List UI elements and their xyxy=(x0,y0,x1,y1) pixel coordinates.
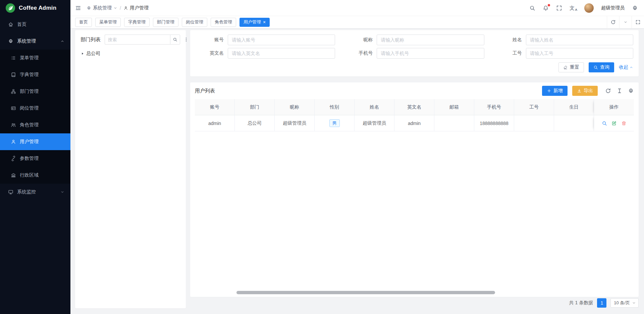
name-input[interactable] xyxy=(526,35,633,45)
sidebar-group-monitor[interactable]: 系统监控 xyxy=(0,184,70,200)
sidebar-menu: 首页 系统管理 菜单管理 字典管理 部门管理 岗位管理 xyxy=(0,16,70,200)
nickname-input[interactable] xyxy=(377,35,484,45)
eraser-icon xyxy=(563,65,568,70)
expand-icon[interactable] xyxy=(632,16,644,28)
notification-bell-icon[interactable] xyxy=(543,5,549,11)
gear-icon xyxy=(8,39,13,44)
add-user-button[interactable]: 新增 xyxy=(542,86,568,96)
settings-gear-icon[interactable] xyxy=(632,5,638,11)
table-row: admin 总公司 超级管理员 男 超级管理员 admin 1888888888… xyxy=(195,115,634,131)
content-area: 部门列表 总公司 账号 昵称 姓名 xyxy=(70,28,644,314)
account-input[interactable] xyxy=(228,35,335,45)
pagination-page-1[interactable]: 1 xyxy=(597,298,606,308)
department-search xyxy=(105,35,180,45)
field-label: 英文名 xyxy=(196,50,228,56)
english-name-input[interactable] xyxy=(228,48,335,59)
pagination-total: 共 1 条数据 xyxy=(569,300,593,306)
caret-right-icon[interactable] xyxy=(80,52,85,56)
sidebar-item-post-mgmt[interactable]: 岗位管理 xyxy=(0,100,70,117)
user-list-header: 用户列表 新增 导出 xyxy=(195,82,634,99)
tree-node-root[interactable]: 总公司 xyxy=(80,51,180,57)
menu-fold-icon[interactable] xyxy=(75,5,81,11)
field-label: 工号 xyxy=(494,50,526,56)
reset-button[interactable]: 重置 xyxy=(558,62,584,72)
sidebar-item-label: 用户管理 xyxy=(20,139,39,145)
tab-post-mgmt[interactable]: 岗位管理 xyxy=(182,18,207,27)
form-row: 英文名 手机号 工号 xyxy=(196,48,633,59)
department-panel-title: 部门列表 xyxy=(80,37,101,43)
density-icon[interactable] xyxy=(616,88,623,94)
field-nickname: 昵称 xyxy=(344,35,484,45)
view-icon[interactable] xyxy=(602,121,607,126)
sidebar-group-system[interactable]: 系统管理 xyxy=(0,33,70,50)
close-icon[interactable]: × xyxy=(263,20,266,24)
search-icon xyxy=(173,37,177,42)
table-header-row: 账号 部门 昵称 性别 姓名 英文名 邮箱 手机号 工号 生日 操作 xyxy=(195,99,634,115)
page-size-select[interactable]: 10 条/页 xyxy=(610,298,639,308)
tab-label: 菜单管理 xyxy=(99,19,117,25)
user-list-card: 用户列表 新增 导出 账号 部门 xyxy=(190,82,639,297)
sidebar-item-label: 角色管理 xyxy=(20,122,39,128)
delete-icon[interactable] xyxy=(621,121,627,126)
refresh-icon[interactable] xyxy=(605,88,611,94)
tab-home[interactable]: 首页 xyxy=(75,18,92,27)
edit-icon[interactable] xyxy=(611,121,617,126)
column-settings-gear-icon[interactable] xyxy=(628,88,634,94)
sidebar-item-user-mgmt[interactable]: 用户管理 xyxy=(0,133,70,150)
column-header-nickname: 昵称 xyxy=(275,99,315,115)
refresh-icon[interactable] xyxy=(607,16,619,28)
breadcrumb-separator: / xyxy=(120,5,121,11)
chevron-down-icon xyxy=(632,301,636,305)
coffee-logo-icon xyxy=(5,3,15,13)
topbar-actions: 文A 超级管理员 xyxy=(529,3,638,13)
breadcrumb-system[interactable]: 系统管理 xyxy=(87,5,117,11)
department-search-button[interactable] xyxy=(170,35,180,45)
field-name: 姓名 xyxy=(494,35,633,45)
field-english-name: 英文名 xyxy=(196,48,335,59)
export-button[interactable]: 导出 xyxy=(572,86,598,96)
form-actions: 重置 查询 收起 xyxy=(196,62,633,72)
tab-user-mgmt[interactable]: 用户管理 × xyxy=(239,18,270,27)
column-header-gender: 性别 xyxy=(315,99,355,115)
sidebar-item-region-mgmt[interactable]: 行政区域 xyxy=(0,167,70,184)
chevron-down-icon xyxy=(60,190,64,194)
cell-birthday xyxy=(554,115,594,131)
sidebar-item-home[interactable]: 首页 xyxy=(0,16,70,33)
more-options-icon[interactable] xyxy=(183,37,189,42)
translate-icon[interactable]: 文A xyxy=(570,5,577,10)
cell-english-name: admin xyxy=(394,115,434,131)
pagination: 共 1 条数据 1 10 条/页 xyxy=(569,298,639,308)
horizontal-scrollbar-thumb[interactable] xyxy=(236,291,495,294)
sidebar-item-label: 字典管理 xyxy=(20,72,39,78)
tab-role-mgmt[interactable]: 角色管理 xyxy=(211,18,236,27)
chevron-down-icon[interactable] xyxy=(619,16,632,28)
sidebar-item-menu-mgmt[interactable]: 菜单管理 xyxy=(0,50,70,66)
search-icon xyxy=(593,65,598,70)
phone-input[interactable] xyxy=(377,48,484,59)
fullscreen-icon[interactable] xyxy=(556,5,562,11)
search-icon[interactable] xyxy=(529,5,535,11)
user-table: 账号 部门 昵称 性别 姓名 英文名 邮箱 手机号 工号 生日 操作 admin… xyxy=(195,99,634,131)
tab-menu-mgmt[interactable]: 菜单管理 xyxy=(95,18,121,27)
sidebar-item-dept-mgmt[interactable]: 部门管理 xyxy=(0,83,70,100)
cell-actions xyxy=(594,115,634,131)
avatar[interactable] xyxy=(584,3,594,13)
tab-dict-mgmt[interactable]: 字典管理 xyxy=(124,18,150,27)
collapse-link[interactable]: 收起 xyxy=(619,64,633,70)
department-search-input[interactable] xyxy=(105,35,170,45)
current-username[interactable]: 超级管理员 xyxy=(601,5,625,11)
query-button[interactable]: 查询 xyxy=(589,62,614,72)
sidebar-item-param-mgmt[interactable]: 参数管理 xyxy=(0,150,70,167)
page-size-value: 10 条/页 xyxy=(614,300,630,306)
sidebar-item-dict-mgmt[interactable]: 字典管理 xyxy=(0,66,70,83)
sidebar-item-role-mgmt[interactable]: 角色管理 xyxy=(0,117,70,133)
search-form-card: 账号 昵称 姓名 英文名 手机号 工号 xyxy=(190,30,639,76)
tab-dept-mgmt[interactable]: 部门管理 xyxy=(153,18,178,27)
translate-zh: 文 xyxy=(570,5,575,11)
notification-badge xyxy=(548,4,550,6)
sidebar-item-label: 首页 xyxy=(17,21,26,27)
plus-icon xyxy=(547,88,551,93)
work-id-input[interactable] xyxy=(526,48,633,59)
sidebar-item-label: 岗位管理 xyxy=(20,105,39,111)
app-logo[interactable]: Coffee Admin xyxy=(0,0,70,16)
